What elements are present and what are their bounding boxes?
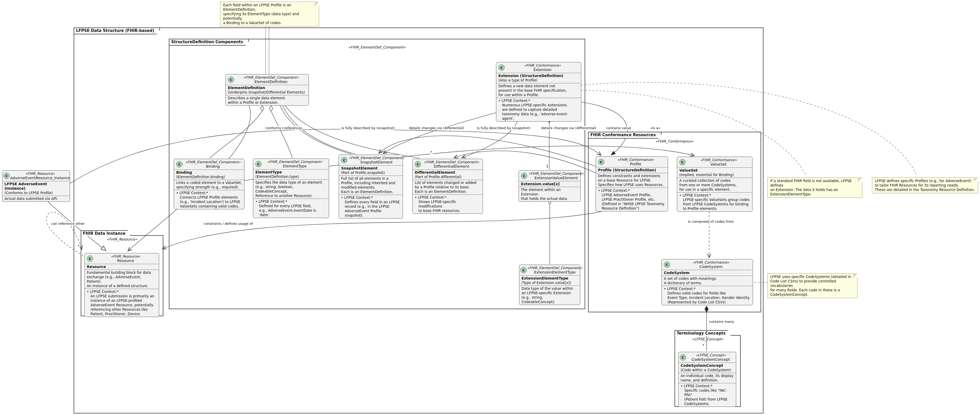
class-title: ValueSet	[679, 168, 750, 173]
class-stereotype: «FHIR_Resource»	[10, 171, 70, 176]
frame-outer-title: LFPSE Data Structure (FHIR-based)	[74, 27, 160, 34]
class-element-definition: C «FHIR_ElementDef_Component»ElementDefi…	[226, 74, 309, 106]
multiplicity-star-resource: *	[78, 244, 80, 248]
class-description: Actual data submitted via API.	[2, 196, 70, 201]
class-icon: C	[415, 161, 421, 168]
edge-label-conforms-to: conforms to	[265, 126, 286, 130]
class-subtitle: (Implied, essential for Binding)	[679, 173, 750, 177]
class-description: Fundamental building block for data exch…	[85, 269, 159, 289]
class-extension: C «FHIR_Conformance»Extension Extension …	[496, 62, 581, 122]
class-title: Binding	[176, 170, 242, 175]
frame-conformance-title: FHIR Conformance Resources	[588, 132, 662, 139]
class-name: SnapshotElement	[349, 160, 404, 165]
class-description: List of elements changed or added by a P…	[413, 180, 483, 195]
class-name: CodeSystem	[671, 265, 751, 269]
class-context: • LFPSE Context:* Specific codes like "I…	[678, 383, 736, 407]
class-valueset: C «FHIR_Conformance»ValueSet ValueSet(Im…	[677, 157, 752, 212]
class-stereotype: «FHIR_ElementDef_Component»	[349, 156, 404, 160]
multiplicity-star-differential: *	[479, 150, 481, 154]
class-context: • LFPSE Context:* Connects LFPSE Profile…	[174, 190, 244, 209]
class-subtitle: (Part of Profile.differential)	[415, 175, 480, 179]
class-description: Defines constraints and extensions on a …	[596, 173, 668, 188]
edge-label-differential-1: details changes via (differential)	[409, 126, 465, 130]
class-codesystem: C «FHIR_Conformance»CodeSystem CodeSyste…	[662, 259, 753, 305]
class-context: • LFPSE Context:* LFPSE AdverseEvent Pro…	[596, 188, 668, 211]
class-description: Defines a new data element not present i…	[496, 83, 581, 98]
class-title: CodeSystemConcept	[681, 363, 734, 368]
class-element-type: C «FHIR_ElementDef_Component»ElementType…	[253, 158, 329, 218]
class-context: • LFPSE Context:* LFPSE-specific ValueSe…	[677, 192, 752, 211]
class-extension-value-element: C «FHIR_ElementDef_Component»ExtensionVa…	[519, 170, 581, 202]
class-icon: C	[679, 159, 686, 165]
class-subtitle: (Code within a CodeSystem)	[681, 368, 734, 372]
class-codesystem-concept: C «LFPSE_Concept»CodeSystemConcept CodeS…	[678, 352, 736, 407]
class-title: ElementDefinition	[228, 86, 307, 90]
edge-label-contains-value: contains value	[606, 126, 632, 130]
edge-label-snapshot-1: is fully described by (snapshot)	[341, 126, 395, 130]
class-name: Binding	[184, 164, 242, 169]
class-subtitle: (Underpins Snapshot/Differential Element…	[228, 90, 307, 95]
package-data-instance-stereotype: «FHIR_Resource»	[81, 237, 163, 241]
class-description: A set of codes with meanings. A dictiona…	[662, 276, 753, 286]
edge-label-differential-2: details changes via (differential)	[541, 126, 597, 130]
class-subtitle: (ElementDefinition.binding)	[176, 175, 242, 179]
edge-label-snapshot-2: is fully described by (snapshot)	[476, 126, 531, 130]
class-name: ExtensionElementType	[527, 270, 582, 274]
package-terminology-stereotype: «LFPSE_Concept»	[675, 337, 740, 341]
class-title: LFPSE AdverseEvent (Instance)	[5, 182, 68, 191]
package-terminology-title: Terminology Concepts	[675, 330, 731, 336]
class-name: ElementDefinition	[235, 80, 307, 84]
class-context: • LFPSE Context:* An LFPSE submission is…	[85, 289, 159, 317]
class-stereotype: «LFPSE_Concept»	[687, 353, 735, 357]
edge-label-can-reference: can reference other	[51, 222, 85, 226]
class-subtitle: (Part of Profile.snapshot)	[341, 171, 401, 175]
edge-label-constrains: constrains / defines usage of	[203, 222, 253, 226]
class-description: Links a coded element to a ValueSet, spe…	[174, 180, 244, 190]
class-subtitle: (Conforms to LFPSE Profile)	[5, 191, 68, 195]
class-title: CodeSystem	[664, 271, 751, 275]
class-description: Data type of the value within an LFPSE-s…	[519, 285, 580, 305]
class-title: SnapshotElement	[341, 166, 401, 171]
class-title: Profile (StructureDefinition)	[598, 168, 666, 173]
class-name: ExtensionValueElement	[528, 176, 584, 180]
class-subtitle: (Also a type of Profile)	[498, 78, 579, 82]
class-stereotype: «FHIR_ElementDef_Component»	[422, 160, 480, 164]
class-stereotype: «FHIR_Conformance»	[506, 63, 579, 68]
class-stereotype: «FHIR_ElementDef_Component»	[235, 75, 307, 80]
class-adverse-event-instance: C «FHIR_Resource»AdverseEventResource_In…	[2, 170, 70, 202]
class-icon: C	[87, 255, 93, 262]
class-name: CodeSystemConcept	[687, 357, 735, 362]
class-differential-element: C «FHIR_ElementDef_Component»Differentia…	[412, 159, 483, 214]
class-stereotype: «FHIR_Conformance»	[606, 157, 666, 162]
uml-diagram: LFPSE Data Structure (FHIR-based) Struct…	[0, 0, 980, 415]
class-icon: C	[498, 65, 505, 71]
note-profiles: LFPSE defines specific Profiles (e.g., f…	[872, 177, 978, 193]
class-description: Full list of all elements in a Profile, …	[339, 176, 403, 195]
class-resource: C «FHIR_Resource»Resource Resource Funda…	[84, 253, 159, 317]
class-title: ExtensionElementType	[522, 276, 578, 280]
frame-structure-title: StructureDefinition Components	[169, 39, 249, 46]
class-title: Resource	[87, 265, 157, 269]
class-title: Extension (StructureDefinition)	[498, 74, 579, 78]
edge-label-contains-many: contains many	[708, 320, 735, 323]
class-subtitle: (Type of Extension.value[x])	[522, 280, 578, 285]
class-icon: C	[520, 267, 527, 273]
note-elementdefinition: Each field within an LFPSE Profile is an…	[220, 2, 319, 27]
class-icon: C	[255, 161, 262, 167]
class-description: A curated collection of codes from one o…	[677, 177, 752, 192]
edge-label-is-a: «is a»	[650, 126, 661, 130]
class-profile: C «FHIR_Conformance»Profile Profile (Str…	[596, 157, 668, 211]
class-stereotype: «FHIR_ElementDef_Component»	[263, 160, 327, 164]
class-description: An individual code, its display name, an…	[678, 373, 736, 383]
class-name: DifferentialElement	[422, 164, 480, 169]
class-context: • LFPSE Context:* Defines valid codes fo…	[662, 286, 753, 305]
class-description: Specifies the data type of an element (e…	[253, 179, 329, 199]
class-stereotype: «FHIR_ElementDef_Component»	[184, 160, 242, 164]
class-snapshot-element: C «FHIR_ElementDef_Component»SnapshotEle…	[339, 155, 403, 219]
class-extension-element-type: C «FHIR_ElementDef_Component»ExtensionEl…	[519, 265, 580, 305]
class-name: Profile	[606, 162, 666, 166]
multiplicity-star-concept: *	[702, 343, 705, 347]
class-icon: C	[680, 354, 686, 361]
frame-conformance-stereotype: «FHIR_Conformance»	[589, 139, 760, 143]
class-name: ValueSet	[687, 162, 750, 166]
